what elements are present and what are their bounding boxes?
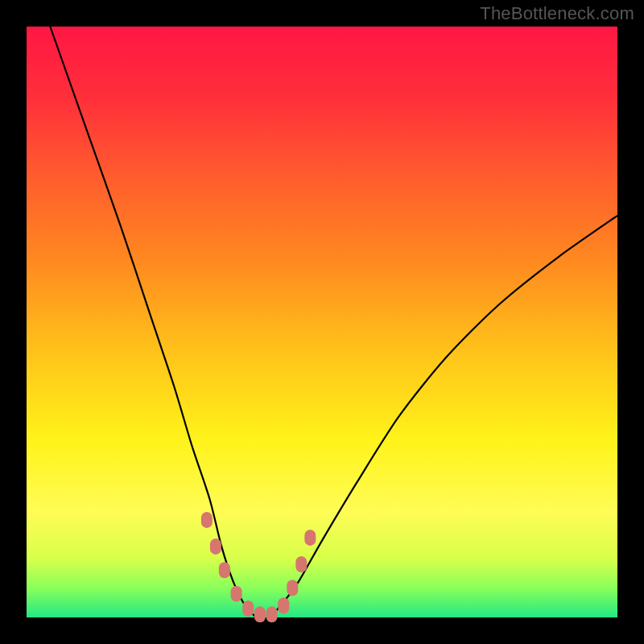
marker-point bbox=[287, 580, 298, 596]
marker-point bbox=[266, 606, 278, 622]
marker-point bbox=[295, 556, 307, 572]
chart-stage: TheBottleneck.com bbox=[0, 0, 644, 644]
marker-point bbox=[304, 530, 316, 546]
watermark-label: TheBottleneck.com bbox=[480, 3, 634, 24]
marker-point bbox=[201, 512, 213, 528]
marker-point bbox=[231, 586, 242, 602]
marker-point bbox=[219, 562, 230, 578]
bottleneck-chart bbox=[0, 0, 644, 644]
plot-background bbox=[27, 27, 617, 617]
marker-point bbox=[278, 597, 289, 613]
marker-point bbox=[242, 601, 254, 617]
marker-point bbox=[254, 606, 266, 622]
marker-point bbox=[210, 539, 221, 555]
